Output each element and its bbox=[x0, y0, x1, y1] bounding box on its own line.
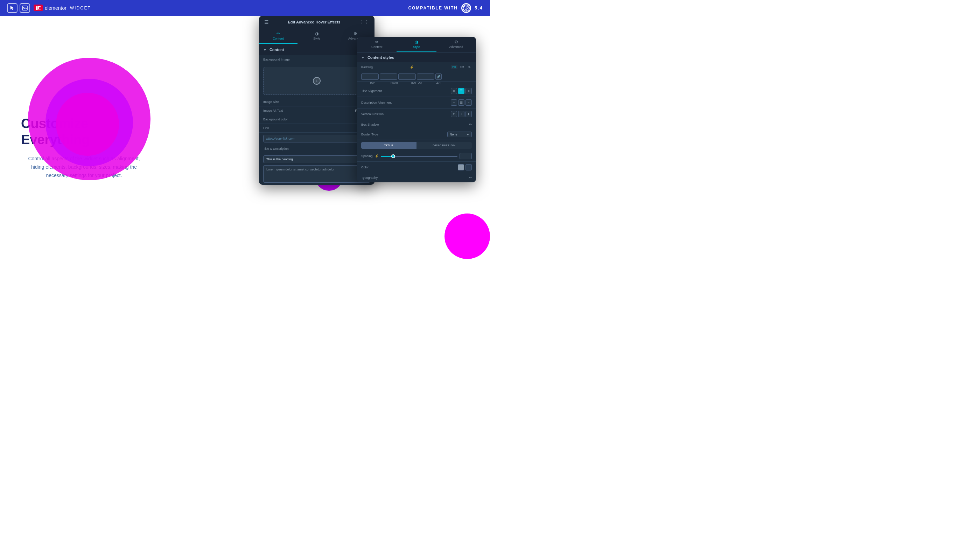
vertical-position-field: Vertical Position ⬆ + ⬇ bbox=[357, 108, 476, 120]
vert-bottom-btn[interactable]: ⬇ bbox=[465, 111, 472, 117]
desc-align-right-btn[interactable]: ≡ bbox=[465, 99, 472, 106]
title-tab[interactable]: TITLE bbox=[361, 142, 417, 149]
spacing-label: Spacing bbox=[361, 154, 373, 158]
style-half-icon: ◑ bbox=[415, 40, 418, 45]
style-gear-icon: ⚙ bbox=[454, 40, 458, 45]
style-body: ▼ Content styles Padding ⚡ PX EM % bbox=[357, 52, 476, 182]
pencil-icon: ✏ bbox=[277, 31, 280, 36]
slider-thumb[interactable] bbox=[391, 154, 395, 158]
title-alignment-field: Title Alignment ≡ ☰ ≡ bbox=[357, 85, 476, 97]
version-badge: 5.4 bbox=[475, 5, 483, 10]
title-align-buttons: ≡ ☰ ≡ bbox=[451, 88, 472, 94]
widget-label: WIDGET bbox=[70, 6, 91, 10]
padding-bottom-input[interactable] bbox=[398, 73, 416, 80]
desc-align-buttons: ≡ ☰ ≡ bbox=[451, 99, 472, 106]
vert-top-btn[interactable]: ⬆ bbox=[451, 111, 457, 117]
elementor-brand-text: elementor bbox=[45, 5, 67, 11]
header-right: COMPATIBLE WITH 5.4 bbox=[408, 3, 483, 13]
section-title: Content bbox=[270, 48, 284, 52]
description-textarea[interactable]: Lorem ipsum dolor sit amet consectetur a… bbox=[263, 165, 370, 183]
heading-input[interactable]: This is the heading bbox=[263, 155, 370, 163]
padding-right-input[interactable] bbox=[380, 73, 397, 80]
cursor-icon-box[interactable] bbox=[7, 3, 18, 13]
typography-edit-icon[interactable]: ✏ bbox=[469, 176, 472, 180]
style-tab-style[interactable]: ◑ Style bbox=[397, 37, 436, 52]
color-swatches bbox=[458, 164, 472, 170]
box-shadow-edit-icon[interactable]: ✏ bbox=[469, 122, 472, 127]
color-swatch-dark[interactable] bbox=[465, 164, 472, 170]
style-tab-content[interactable]: ✏ Content bbox=[357, 37, 397, 52]
padding-label: Padding bbox=[361, 65, 373, 69]
upload-plus-icon[interactable]: + bbox=[313, 77, 321, 85]
typography-field: Typography ✏ bbox=[357, 173, 476, 182]
link-input[interactable]: https://your-link.com bbox=[263, 135, 370, 142]
padding-field: Padding ⚡ PX EM % bbox=[357, 62, 476, 72]
section-arrow: ▼ bbox=[263, 48, 267, 52]
padding-icon: ⚡ bbox=[410, 65, 414, 69]
gear-icon: ⚙ bbox=[353, 31, 357, 36]
style-style-label: Style bbox=[413, 45, 420, 48]
unit-em[interactable]: EM bbox=[458, 65, 465, 69]
padding-left-input[interactable] bbox=[417, 73, 434, 80]
bg-circle-3 bbox=[56, 93, 119, 156]
tab-style[interactable]: ◑ Style bbox=[298, 28, 336, 44]
border-type-value: None bbox=[450, 133, 457, 136]
image-alt-label: Image Alt Text bbox=[263, 109, 283, 112]
desc-align-left-btn[interactable]: ≡ bbox=[451, 99, 457, 106]
image-icon bbox=[22, 5, 28, 11]
panel-title: Edit Advanced Hover Effects bbox=[269, 20, 360, 24]
title-desc-label: Title & Description bbox=[263, 147, 289, 150]
elementor-logo: ▮E elementor WIDGET bbox=[33, 5, 91, 11]
link-label: Link bbox=[263, 127, 269, 130]
padding-link-icon[interactable]: 🔗 bbox=[435, 73, 442, 80]
header-left: ▮E elementor WIDGET bbox=[7, 3, 91, 13]
header-icons bbox=[7, 3, 30, 13]
padding-top-input[interactable] bbox=[361, 73, 379, 80]
style-section-title: Content styles bbox=[368, 55, 394, 60]
padding-labels: TOP RIGHT BOTTOM LEFT bbox=[357, 82, 476, 85]
box-shadow-field: Box Shadow ✏ bbox=[357, 120, 476, 129]
spacing-field: Spacing ⚡ bbox=[357, 151, 476, 162]
elementor-e-icon: ▮E bbox=[33, 5, 43, 11]
style-tab-advanced[interactable]: ⚙ Advanced bbox=[437, 37, 476, 52]
image-size-label: Image Size bbox=[263, 100, 279, 103]
border-type-label: Border Type bbox=[361, 133, 378, 136]
border-type-field: Border Type None ▼ bbox=[357, 129, 476, 140]
lbl-top: TOP bbox=[361, 82, 383, 84]
vert-middle-btn[interactable]: + bbox=[458, 111, 465, 117]
unit-percent[interactable]: % bbox=[467, 65, 472, 69]
header-bar: ▮E elementor WIDGET COMPATIBLE WITH 5.4 bbox=[0, 0, 490, 16]
grid-icon[interactable]: ⋮⋮ bbox=[360, 19, 369, 25]
slider-fill bbox=[381, 156, 392, 157]
lbl-right: RIGHT bbox=[383, 82, 405, 84]
style-panel-tabs: ✏ Content ◑ Style ⚙ Advanced bbox=[357, 37, 476, 52]
spacing-slider[interactable] bbox=[381, 156, 457, 157]
menu-icon[interactable]: ☰ bbox=[264, 19, 269, 25]
box-shadow-label: Box Shadow bbox=[361, 123, 379, 127]
style-advanced-label: Advanced bbox=[449, 45, 463, 48]
lbl-bottom: BOTTOM bbox=[405, 82, 427, 84]
vertical-position-label: Vertical Position bbox=[361, 112, 383, 116]
lbl-left: LEFT bbox=[428, 82, 450, 84]
style-section-arrow: ▼ bbox=[361, 56, 365, 60]
bg-image-label: Background Image bbox=[263, 58, 290, 61]
spacing-icon: ⚡ bbox=[375, 154, 379, 158]
align-center-btn[interactable]: ☰ bbox=[458, 88, 465, 94]
lbl-link bbox=[450, 82, 472, 84]
border-type-select[interactable]: None ▼ bbox=[447, 132, 472, 137]
color-swatch-light[interactable] bbox=[458, 164, 464, 170]
compatible-label: COMPATIBLE WITH bbox=[408, 6, 458, 10]
desc-align-center-btn[interactable]: ☰ bbox=[458, 99, 465, 106]
style-section-header: ▼ Content styles bbox=[357, 52, 476, 62]
unit-px[interactable]: PX bbox=[451, 65, 457, 69]
align-right-btn[interactable]: ≡ bbox=[465, 88, 472, 94]
description-tab[interactable]: DESCRIPTION bbox=[417, 142, 472, 149]
select-chevron-icon: ▼ bbox=[467, 133, 469, 136]
align-left-btn[interactable]: ≡ bbox=[451, 88, 457, 94]
color-label: Color bbox=[361, 165, 369, 169]
bg-color-label: Background color bbox=[263, 118, 288, 121]
image-icon-box[interactable] bbox=[20, 3, 30, 13]
style-icon: ◑ bbox=[315, 31, 318, 36]
tab-content[interactable]: ✏ Content bbox=[259, 28, 298, 44]
image-upload-area[interactable]: + bbox=[263, 67, 370, 95]
